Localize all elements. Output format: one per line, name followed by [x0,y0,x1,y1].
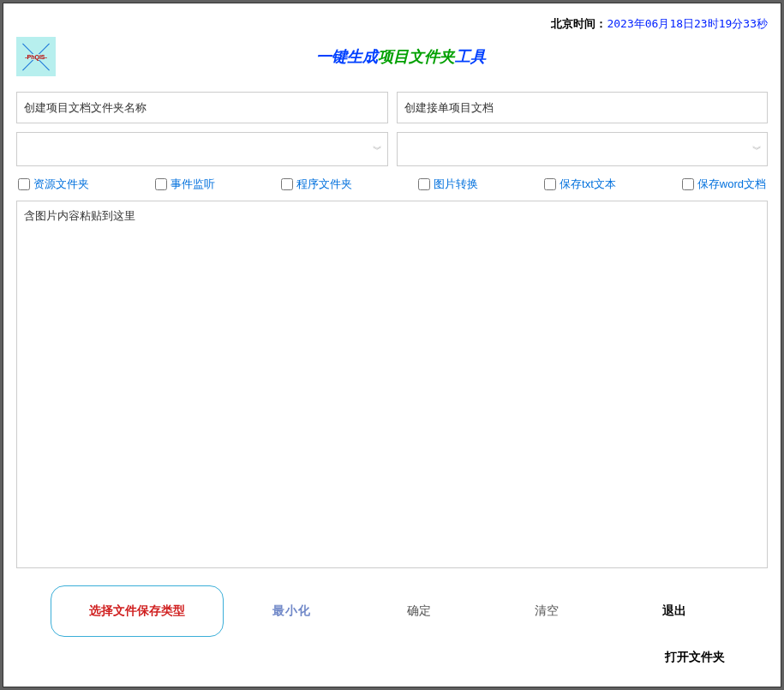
bottom-row: 打开文件夹 [16,649,725,665]
checkbox-save-word[interactable]: 保存word文档 [682,177,766,192]
logo-icon: -PhQIS- [16,37,56,76]
checkbox-input[interactable] [418,178,430,190]
checkbox-label[interactable]: 资源文件夹 [33,177,89,192]
dropdown-left[interactable]: ︾ [16,132,388,166]
checkbox-input[interactable] [544,178,556,190]
confirm-button[interactable]: 确定 [360,595,479,627]
app-window: 北京时间：2023年06月18日23时19分33秒 -PhQIS- 一键生成项目… [3,3,781,687]
select-filetype-button[interactable]: 选择文件保存类型 [51,585,224,637]
inputs-row [16,92,768,123]
logo-text: -PhQIS- [24,54,48,60]
checkbox-event-listener[interactable]: 事件监听 [155,177,215,192]
checkbox-label[interactable]: 事件监听 [171,177,215,192]
checkbox-input[interactable] [281,178,293,190]
buttons-row: 选择文件保存类型 最小化 确定 清空 退出 [51,585,733,637]
checkbox-resource-folder[interactable]: 资源文件夹 [18,177,89,192]
folder-name-input[interactable] [16,92,388,123]
checkbox-input[interactable] [18,178,30,190]
checkbox-label[interactable]: 保存txt文本 [560,177,616,192]
chevron-down-icon: ︾ [373,147,382,153]
exit-button[interactable]: 退出 [614,595,733,627]
time-value: 2023年06月18日23时19分33秒 [607,17,768,30]
checkbox-label[interactable]: 程序文件夹 [296,177,352,192]
checkbox-label[interactable]: 图片转换 [434,177,478,192]
checkbox-row: 资源文件夹 事件监听 程序文件夹 图片转换 保存txt文本 保存word文档 [18,177,766,192]
app-title: 一键生成项目文件夹工具 [73,46,728,67]
minimize-button[interactable]: 最小化 [232,595,351,627]
time-label: 北京时间： [551,17,607,30]
chevron-down-icon: ︾ [752,147,762,153]
open-folder-button[interactable]: 打开文件夹 [665,650,725,665]
checkbox-program-folder[interactable]: 程序文件夹 [281,177,352,192]
header: -PhQIS- 一键生成项目文件夹工具 [16,37,768,76]
paste-textarea[interactable] [16,201,768,568]
checkbox-label[interactable]: 保存word文档 [697,177,766,192]
checkbox-input[interactable] [682,178,694,190]
time-display: 北京时间：2023年06月18日23时19分33秒 [16,16,768,32]
dropdown-right[interactable]: ︾ [397,132,769,166]
dropdowns-row: ︾ ︾ [16,132,768,166]
checkbox-input[interactable] [155,178,167,190]
clear-button[interactable]: 清空 [488,595,607,627]
checkbox-save-txt[interactable]: 保存txt文本 [544,177,616,192]
receipt-doc-input[interactable] [397,92,769,123]
checkbox-image-convert[interactable]: 图片转换 [418,177,478,192]
